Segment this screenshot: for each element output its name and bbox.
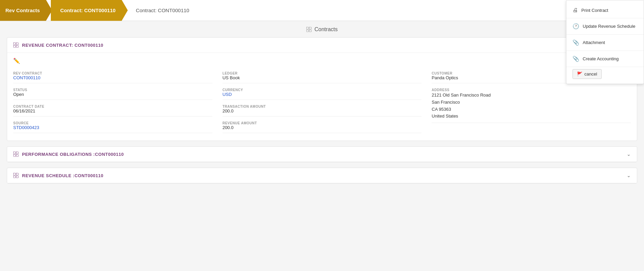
svg-rect-9: [16, 152, 18, 154]
edit-icon[interactable]: ✏️: [13, 58, 20, 64]
status-field: STATUS Open: [13, 85, 212, 100]
grid-icon: [306, 27, 312, 32]
svg-rect-13: [16, 173, 18, 175]
attach-icon-1: 📎: [573, 39, 579, 46]
svg-rect-10: [14, 154, 16, 157]
currency-field: CURRENCY USD: [223, 85, 422, 100]
section-grid-icon-3: [13, 173, 19, 178]
divider-4: [566, 67, 644, 67]
col-left: REV CONTRACT CONT000110 STATUS Open CONT…: [13, 68, 212, 134]
flag-icon: 🚩: [577, 71, 582, 77]
attach-icon-2: 📎: [573, 56, 579, 62]
svg-rect-7: [16, 45, 18, 47]
breadcrumb-bar: Rev Contracts Contract: CONT000110 Contr…: [0, 0, 644, 21]
attachment-button[interactable]: 📎 Attachment: [566, 35, 644, 50]
performance-obligations-section: PERFORMANCE OBLIGATIONS :CONT000110 ⌄: [7, 146, 637, 162]
update-revenue-schedule-button[interactable]: 🕐 Update Revenue Schedule: [566, 19, 644, 34]
col-middle: LEDGER US Book CURRENCY USD TRANSACTION …: [223, 68, 422, 134]
divider-1: [566, 18, 644, 18]
svg-rect-3: [309, 30, 311, 32]
performance-obligations-title: PERFORMANCE OBLIGATIONS :CONT000110: [13, 151, 124, 157]
ledger-field: LEDGER US Book: [223, 68, 422, 83]
cancel-button[interactable]: 🚩 cancel: [573, 69, 602, 79]
divider-2: [566, 34, 644, 35]
svg-rect-15: [16, 176, 18, 178]
address-field: ADDRESS 2121 Old San Francisco Road San …: [432, 85, 631, 123]
transaction-amount-field: TRANSACTION AMOUNT 200.0: [223, 101, 422, 117]
create-accounting-button[interactable]: 📎 Create Accounting: [566, 51, 644, 66]
svg-rect-0: [307, 27, 309, 29]
section-grid-icon-2: [13, 151, 19, 157]
revenue-contract-section: REVENUE CONTRACT: CONT000110 ✏️ 🎯 REV CO…: [7, 37, 637, 141]
page-title: Contracts: [7, 26, 637, 33]
revenue-contract-title: REVENUE CONTRACT: CONT000110: [13, 42, 103, 48]
svg-rect-1: [309, 27, 311, 29]
svg-rect-12: [14, 173, 16, 175]
svg-rect-4: [14, 43, 16, 45]
print-icon: 🖨: [573, 7, 578, 13]
address-value: 2121 Old San Francisco Road San Francisc…: [432, 92, 631, 123]
revenue-schedule-chevron[interactable]: ⌄: [627, 173, 631, 178]
divider-3: [566, 50, 644, 51]
revenue-schedule-header: REVENUE SCHEDULE :CONT000110 ⌄: [7, 168, 637, 183]
performance-obligations-header: PERFORMANCE OBLIGATIONS :CONT000110 ⌄: [7, 147, 637, 162]
rev-contract-field: REV CONTRACT CONT000110: [13, 68, 212, 83]
print-contract-button[interactable]: 🖨 Print Contract: [566, 3, 644, 17]
svg-rect-8: [14, 152, 16, 154]
svg-rect-14: [14, 176, 16, 178]
svg-rect-5: [16, 43, 18, 45]
main-content: Contracts REVENUE CONTRACT: CONT000110 ✏…: [0, 21, 644, 194]
performance-obligations-chevron[interactable]: ⌄: [627, 151, 631, 157]
breadcrumb-current: Contract: CONT000110: [136, 7, 189, 13]
revenue-contract-header: REVENUE CONTRACT: CONT000110: [7, 38, 637, 53]
revenue-contract-body: ✏️ 🎯 REV CONTRACT CONT000110 STATUS Open…: [7, 53, 637, 141]
revenue-amount-field: REVENUE AMOUNT 200.0: [223, 118, 422, 133]
clock-icon: 🕐: [573, 23, 579, 29]
breadcrumb-item-contract[interactable]: Contract: CONT000110: [51, 0, 128, 21]
action-dropdown-menu: 🖨 Print Contract 🕐 Update Revenue Schedu…: [566, 0, 644, 84]
breadcrumb-item-rev-contracts[interactable]: Rev Contracts: [0, 0, 52, 21]
revenue-schedule-title: REVENUE SCHEDULE :CONT000110: [13, 173, 103, 178]
revenue-schedule-section: REVENUE SCHEDULE :CONT000110 ⌄: [7, 168, 637, 184]
source-field: SOURCE STD0000423: [13, 118, 212, 133]
section-grid-icon: [13, 42, 19, 48]
svg-rect-6: [14, 45, 16, 47]
form-three-col: REV CONTRACT CONT000110 STATUS Open CONT…: [13, 68, 631, 134]
svg-rect-2: [307, 30, 309, 32]
svg-rect-11: [16, 154, 18, 157]
contract-date-field: CONTRACT DATE 06/16/2021: [13, 101, 212, 117]
